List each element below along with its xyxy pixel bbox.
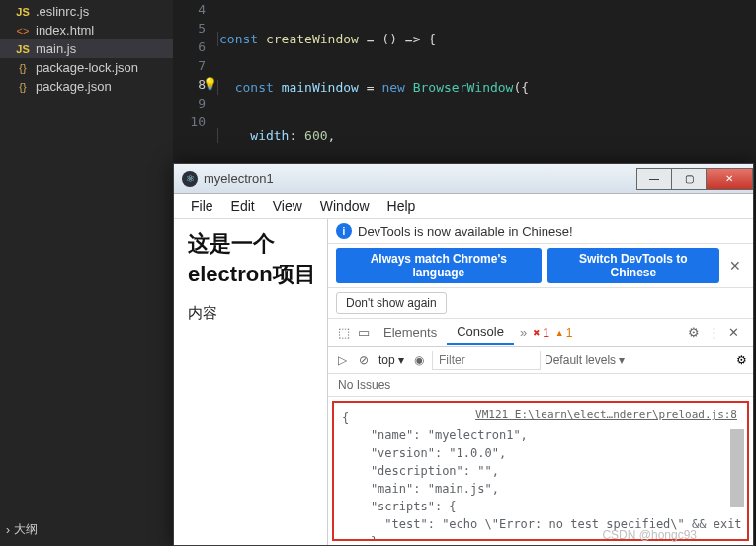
tab-elements[interactable]: Elements — [374, 321, 447, 344]
always-match-button[interactable]: Always match Chrome's language — [336, 248, 542, 283]
console-json: { "name": "myelectron1", "version": "1.0… — [342, 409, 739, 541]
minimize-button[interactable]: — — [636, 168, 672, 190]
devtools-info-banner: i DevTools is now available in Chinese! — [328, 219, 753, 244]
eye-icon[interactable]: ◉ — [410, 353, 428, 367]
outline-toggle[interactable]: › 大纲 — [6, 521, 38, 538]
menu-window[interactable]: Window — [311, 195, 378, 217]
console-gear-icon[interactable]: ⚙ — [736, 353, 747, 367]
file-label: .eslinrc.js — [36, 4, 89, 19]
close-devtools-icon[interactable]: ✕ — [720, 325, 747, 340]
console-toolbar: ▷ ⊘ top ▾ ◉ Default levels ▾ ⚙ — [328, 347, 753, 374]
play-icon[interactable]: ▷ — [334, 353, 351, 367]
electron-window: ⚛ myelectron1 — ▢ ✕ File Edit View Windo… — [173, 163, 754, 546]
error-count[interactable]: 1 — [533, 326, 549, 340]
line-number: 9 — [173, 94, 206, 113]
watermark: CSDN @hongc93 — [602, 528, 697, 542]
file-label: package-lock.json — [36, 60, 138, 75]
info-icon: i — [336, 223, 352, 239]
clear-icon[interactable]: ⊘ — [355, 353, 373, 367]
info-text: DevTools is now available in Chinese! — [358, 224, 573, 239]
titlebar[interactable]: ⚛ myelectron1 — ▢ ✕ — [174, 164, 753, 194]
outline-label: 大纲 — [14, 521, 38, 538]
line-number: 8 — [173, 75, 206, 94]
renderer-page: 这是一个electron项目 内容 — [174, 219, 327, 545]
console-output[interactable]: VM121 E:\learn\elect…nderer\preload.js:8… — [332, 401, 749, 541]
js-icon: JS — [16, 5, 30, 19]
inspect-icon[interactable]: ⬚ — [338, 325, 350, 340]
device-icon[interactable]: ▭ — [358, 325, 370, 340]
line-number: 6 — [173, 38, 206, 56]
file-item-index-html[interactable]: <> index.html — [0, 21, 173, 39]
no-issues-label: No Issues — [328, 374, 753, 397]
app-menubar: File Edit View Window Help — [174, 194, 753, 219]
menu-edit[interactable]: Edit — [222, 195, 264, 217]
dont-show-button[interactable]: Don't show again — [336, 292, 447, 314]
context-select[interactable]: top ▾ — [377, 352, 406, 368]
line-gutter: 4 5 6 7 8 9 10 💡 — [173, 0, 217, 163]
lightbulb-icon[interactable]: 💡 — [203, 77, 217, 91]
json-icon: {} — [16, 61, 30, 75]
file-explorer: JS .eslinrc.js <> index.html JS main.js … — [0, 0, 173, 546]
menu-file[interactable]: File — [182, 195, 222, 217]
html-icon: <> — [16, 24, 30, 38]
file-item-main-js[interactable]: JS main.js — [0, 39, 173, 58]
window-title: myelectron1 — [204, 171, 637, 186]
menu-view[interactable]: View — [264, 195, 311, 217]
code-body[interactable]: const createWindow = () => { const mainW… — [217, 0, 756, 163]
filter-input[interactable] — [432, 351, 541, 370]
maximize-button[interactable]: ▢ — [671, 168, 707, 190]
devtools-tabs: ⬚ ▭ Elements Console » 1 1 ⚙ ⋮ ✕ — [328, 319, 753, 347]
file-label: index.html — [36, 23, 94, 38]
electron-icon: ⚛ — [182, 171, 198, 187]
chevron-right-icon: › — [6, 523, 10, 537]
file-item-package-lock[interactable]: {} package-lock.json — [0, 58, 173, 77]
devtools-panel: i DevTools is now available in Chinese! … — [327, 219, 753, 545]
line-number: 10 — [173, 113, 206, 131]
divider: ⋮ — [708, 325, 720, 340]
close-icon[interactable]: ✕ — [725, 258, 745, 273]
close-button[interactable]: ✕ — [706, 168, 753, 190]
file-item-eslintrc[interactable]: JS .eslinrc.js — [0, 2, 173, 21]
switch-chinese-button[interactable]: Switch DevTools to Chinese — [547, 248, 719, 283]
page-heading: 这是一个electron项目 — [188, 229, 317, 290]
warning-count[interactable]: 1 — [555, 326, 573, 340]
menu-help[interactable]: Help — [378, 195, 425, 217]
page-body: 内容 — [188, 304, 317, 323]
file-label: package.json — [36, 79, 112, 94]
file-label: main.js — [36, 41, 76, 56]
json-icon: {} — [16, 80, 30, 94]
line-number: 5 — [173, 19, 206, 38]
tab-console[interactable]: Console — [447, 320, 514, 345]
gear-icon[interactable]: ⚙ — [680, 325, 708, 340]
code-editor[interactable]: 4 5 6 7 8 9 10 💡 const createWindow = ()… — [173, 0, 756, 163]
line-number: 4 — [173, 0, 206, 19]
js-icon: JS — [16, 42, 30, 56]
scrollbar-thumb[interactable] — [730, 429, 744, 507]
line-number: 7 — [173, 56, 206, 75]
file-item-package-json[interactable]: {} package.json — [0, 77, 173, 96]
more-tabs-icon[interactable]: » — [514, 325, 533, 340]
source-link[interactable]: VM121 E:\learn\elect…nderer\preload.js:8 — [475, 407, 737, 424]
levels-select[interactable]: Default levels ▾ — [545, 353, 625, 367]
